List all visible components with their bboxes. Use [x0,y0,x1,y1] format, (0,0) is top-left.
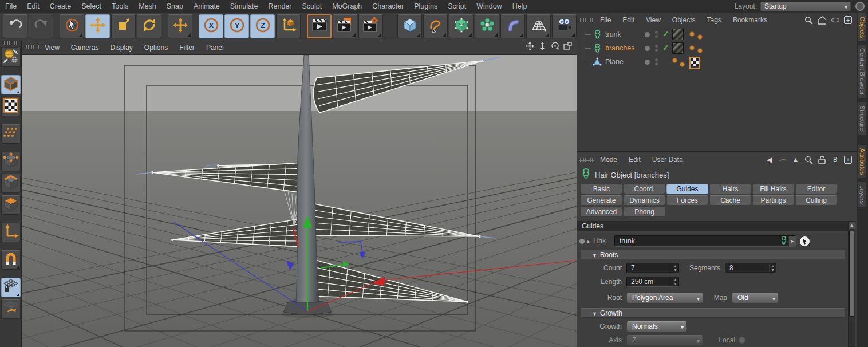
visibility-dots[interactable] [655,45,658,53]
length-field[interactable]: 250 cm▲▼ [626,277,679,287]
tab-cache[interactable]: Cache [709,195,751,206]
pick-object-button[interactable] [799,236,810,247]
visibility-dots[interactable] [655,58,658,66]
layer-dot[interactable] [645,32,650,37]
segments-field[interactable]: 8▲▼ [725,263,776,273]
tab-basic[interactable]: Basic [581,184,622,194]
hair-tag[interactable] [689,31,695,37]
menu-tools[interactable]: Tools [106,0,133,13]
menu-mograph[interactable]: MoGraph [327,0,367,13]
menu-mesh[interactable]: Mesh [133,0,161,13]
add-environment-button[interactable] [526,14,551,38]
lock-icon[interactable] [818,156,826,164]
om-menu-bookmarks[interactable]: Bookmarks [727,13,773,27]
workplane-rotate-button[interactable] [1,299,21,319]
viewport-menu-filter[interactable]: Filter [173,40,200,55]
arrow-up-icon[interactable]: ▲ [791,156,800,164]
root-dropdown[interactable]: Polygon Area▾ [626,293,703,303]
link-mode-icon[interactable]: 8 [831,156,839,164]
menu-snap[interactable]: Snap [161,0,188,13]
viewport-menu-options[interactable]: Options [139,40,173,55]
phong-tag[interactable] [672,58,677,63]
hair-tag[interactable] [689,45,695,50]
tab-editor[interactable]: Editor [795,184,837,194]
menu-sculpt[interactable]: Sculpt [297,0,327,13]
polygons-mode-button[interactable] [1,195,21,215]
om-menu-edit[interactable]: Edit [617,13,640,27]
om-menu-objects[interactable]: Objects [666,13,701,27]
tab-fill-hairs[interactable]: Fill Hairs [752,184,794,194]
count-field[interactable]: 7▲▼ [626,263,679,273]
tab-hairs[interactable]: Hairs [709,184,751,194]
make-editable-button[interactable] [1,48,21,67]
tab-generate[interactable]: Generate [581,195,622,206]
layer-dot[interactable] [645,46,650,51]
redo-button[interactable] [29,14,53,38]
viewport-menu-view[interactable]: View [39,40,65,55]
model-mode-button[interactable] [1,75,21,94]
render-picture-viewer-button[interactable] [333,14,357,38]
link-menu-button[interactable]: ▸ [788,236,796,246]
live-selection-button[interactable] [60,14,84,38]
visibility-dots[interactable] [655,31,658,39]
tab-forces[interactable]: Forces [666,195,708,206]
toggle-view-icon[interactable] [563,42,572,53]
menu-edit[interactable]: Edit [22,0,45,13]
menu-select[interactable]: Select [76,0,106,13]
search-icon[interactable] [804,156,813,164]
scale-tool-button[interactable] [111,14,136,38]
enabled-check-icon[interactable]: ✓ [662,29,669,38]
viewport-grip[interactable] [24,45,39,49]
object-row-branches[interactable]: branches ✓ [577,41,857,55]
hair-material-tag[interactable] [672,42,684,54]
menu-animate[interactable]: Animate [188,0,225,13]
menu-plugins[interactable]: Plugins [409,0,443,13]
side-tab-structure[interactable]: Structure [858,101,867,135]
render-settings-button[interactable] [358,14,383,38]
new-panel-icon[interactable]: + [844,156,852,164]
am-menu-edit[interactable]: Edit [623,152,646,167]
object-row-trunk[interactable]: trunk ✓ [577,27,857,41]
animation-dot[interactable] [579,239,585,244]
scroll-up-icon[interactable]: ▲ [849,222,855,229]
add-generator-button[interactable] [449,14,474,38]
scrollbar-thumb[interactable] [849,231,854,317]
local-checkbox[interactable] [739,337,745,344]
tab-phong[interactable]: Phong [624,207,665,217]
hair-tag-2[interactable] [697,34,703,40]
tab-coord[interactable]: Coord. [624,184,665,194]
tab-culling[interactable]: Culling [795,195,837,206]
new-panel-icon[interactable]: + [844,16,852,24]
viewport-menu-display[interactable]: Display [104,40,138,55]
hair-tag-2[interactable] [697,48,703,53]
growth-section-header[interactable]: ▼Growth [581,308,845,318]
attribute-manager-grip[interactable] [579,158,594,162]
menu-simulate[interactable]: Simulate [225,0,263,13]
am-menu-userdata[interactable]: User Data [646,152,689,167]
roots-section-header[interactable]: ▼Roots [581,250,845,259]
help-bubble-icon[interactable] [855,2,865,11]
add-spline-button[interactable] [423,14,448,38]
viewport-scene[interactable] [22,55,577,347]
orbit-view-icon[interactable] [551,42,559,53]
expand-arrow-icon[interactable]: ▸ [587,238,590,245]
move-tool-button[interactable] [85,14,110,38]
menu-render[interactable]: Render [263,0,297,13]
menu-character[interactable]: Character [367,0,409,13]
add-deformer-button[interactable] [500,14,525,38]
y-axis-lock-button[interactable]: Y [224,14,249,38]
menu-file[interactable]: File [0,0,22,13]
growth-dropdown[interactable]: Normals▾ [626,321,687,332]
menu-create[interactable]: Create [45,0,77,13]
axis-dropdown[interactable]: Z▾ [626,335,703,346]
object-manager-grip[interactable] [579,18,594,22]
menu-help[interactable]: Help [507,0,532,13]
workplane-mode-button[interactable] [1,278,21,297]
viewport-menu-cameras[interactable]: Cameras [65,40,105,55]
history-back-icon[interactable]: ◀ [765,156,774,164]
menu-script[interactable]: Script [443,0,471,13]
home-icon[interactable] [818,16,826,25]
layer-dot[interactable] [645,60,650,65]
om-menu-file[interactable]: File [594,13,617,27]
sidebar-grip[interactable] [3,41,18,45]
